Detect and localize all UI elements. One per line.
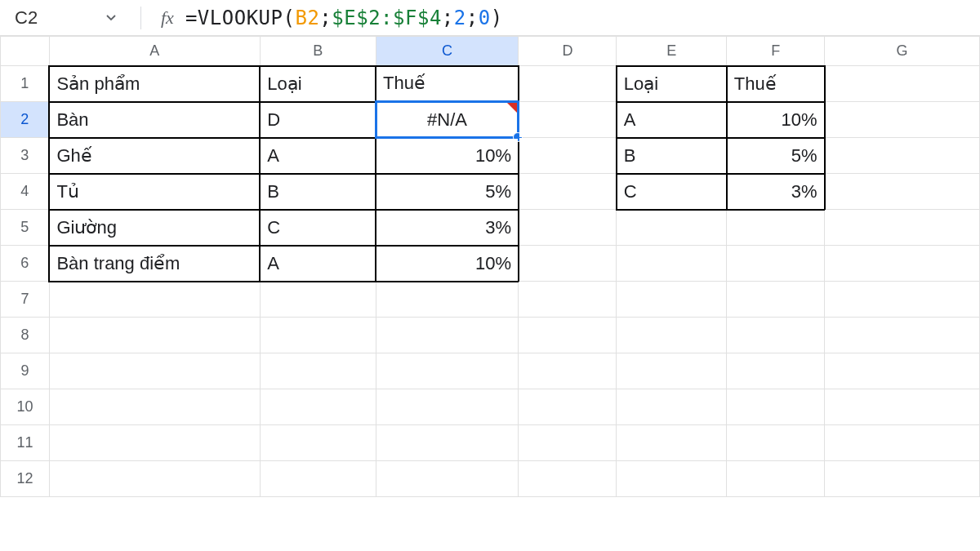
- row-header-11[interactable]: 11: [1, 425, 50, 461]
- row-header-2[interactable]: 2: [1, 102, 50, 138]
- cell-A8[interactable]: [49, 318, 260, 353]
- cell-A5[interactable]: Giường: [49, 210, 260, 246]
- col-header-C[interactable]: C: [376, 37, 519, 66]
- cell-D11[interactable]: [519, 425, 617, 461]
- cell-E11[interactable]: [617, 425, 727, 461]
- cell-C5[interactable]: 3%: [376, 210, 519, 246]
- cell-B12[interactable]: [260, 461, 376, 497]
- cell-C7[interactable]: [376, 282, 519, 318]
- cell-B7[interactable]: [260, 282, 376, 318]
- cell-F9[interactable]: [727, 353, 825, 389]
- cell-E2[interactable]: A: [617, 102, 727, 138]
- cell-D5[interactable]: [519, 210, 617, 246]
- cell-E9[interactable]: [617, 353, 727, 389]
- cell-D8[interactable]: [519, 318, 617, 353]
- cell-F4[interactable]: 3%: [727, 174, 825, 210]
- cell-C2[interactable]: #N/A: [376, 102, 519, 138]
- cell-D2[interactable]: [519, 102, 617, 138]
- cell-G10[interactable]: [825, 389, 980, 425]
- cell-C11[interactable]: [376, 425, 519, 461]
- cell-E8[interactable]: [617, 318, 727, 353]
- cell-C12[interactable]: [376, 461, 519, 497]
- cell-A4[interactable]: Tủ: [49, 174, 260, 210]
- cell-B1[interactable]: Loại: [260, 66, 376, 102]
- row-header-9[interactable]: 9: [1, 353, 50, 389]
- col-header-D[interactable]: D: [519, 37, 617, 66]
- cell-E10[interactable]: [617, 389, 727, 425]
- cell-D3[interactable]: [519, 138, 617, 174]
- cell-E3[interactable]: B: [617, 138, 727, 174]
- cell-A11[interactable]: [49, 425, 260, 461]
- cell-E7[interactable]: [617, 282, 727, 318]
- row-header-10[interactable]: 10: [1, 389, 50, 425]
- cell-E1[interactable]: Loại: [617, 66, 727, 102]
- cell-F2[interactable]: 10%: [727, 102, 825, 138]
- select-all-corner[interactable]: [1, 37, 50, 66]
- row-header-3[interactable]: 3: [1, 138, 50, 174]
- cell-F5[interactable]: [727, 210, 825, 246]
- cell-A6[interactable]: Bàn trang điểm: [49, 246, 260, 282]
- cell-B11[interactable]: [260, 425, 376, 461]
- cell-E5[interactable]: [617, 210, 727, 246]
- cell-F6[interactable]: [727, 246, 825, 282]
- cell-A1[interactable]: Sản phẩm: [49, 66, 260, 102]
- cell-A9[interactable]: [49, 353, 260, 389]
- cell-C9[interactable]: [376, 353, 519, 389]
- cell-D9[interactable]: [519, 353, 617, 389]
- cell-A3[interactable]: Ghế: [49, 138, 260, 174]
- cell-B6[interactable]: A: [260, 246, 376, 282]
- cell-F3[interactable]: 5%: [727, 138, 825, 174]
- cell-D7[interactable]: [519, 282, 617, 318]
- cell-C4[interactable]: 5%: [376, 174, 519, 210]
- cell-B8[interactable]: [260, 318, 376, 353]
- cell-B4[interactable]: B: [260, 174, 376, 210]
- cell-E6[interactable]: [617, 246, 727, 282]
- col-header-F[interactable]: F: [727, 37, 825, 66]
- cell-G4[interactable]: [825, 174, 980, 210]
- cell-F7[interactable]: [727, 282, 825, 318]
- cell-G9[interactable]: [825, 353, 980, 389]
- cell-G3[interactable]: [825, 138, 980, 174]
- row-header-1[interactable]: 1: [1, 66, 50, 102]
- name-box-dropdown[interactable]: [98, 0, 132, 35]
- col-header-G[interactable]: G: [825, 37, 980, 66]
- cell-G8[interactable]: [825, 318, 980, 353]
- cell-B10[interactable]: [260, 389, 376, 425]
- cell-F8[interactable]: [727, 318, 825, 353]
- cell-D1[interactable]: [519, 66, 617, 102]
- cell-C6[interactable]: 10%: [376, 246, 519, 282]
- cell-D6[interactable]: [519, 246, 617, 282]
- cell-A10[interactable]: [49, 389, 260, 425]
- cell-F1[interactable]: Thuế: [727, 66, 825, 102]
- cell-G5[interactable]: [825, 210, 980, 246]
- col-header-A[interactable]: A: [49, 37, 260, 66]
- cell-D10[interactable]: [519, 389, 617, 425]
- cell-B5[interactable]: C: [260, 210, 376, 246]
- cell-C3[interactable]: 10%: [376, 138, 519, 174]
- cell-E12[interactable]: [617, 461, 727, 497]
- cell-G11[interactable]: [825, 425, 980, 461]
- cell-A7[interactable]: [49, 282, 260, 318]
- cell-F10[interactable]: [727, 389, 825, 425]
- row-header-6[interactable]: 6: [1, 246, 50, 282]
- cell-B3[interactable]: A: [260, 138, 376, 174]
- row-header-7[interactable]: 7: [1, 282, 50, 318]
- row-header-8[interactable]: 8: [1, 318, 50, 353]
- row-header-12[interactable]: 12: [1, 461, 50, 497]
- cell-F12[interactable]: [727, 461, 825, 497]
- cell-D12[interactable]: [519, 461, 617, 497]
- col-header-B[interactable]: B: [260, 37, 376, 66]
- cell-C8[interactable]: [376, 318, 519, 353]
- cell-A2[interactable]: Bàn: [49, 102, 260, 138]
- cell-C10[interactable]: [376, 389, 519, 425]
- cell-E4[interactable]: C: [617, 174, 727, 210]
- cell-D4[interactable]: [519, 174, 617, 210]
- row-header-4[interactable]: 4: [1, 174, 50, 210]
- cell-B2[interactable]: D: [260, 102, 376, 138]
- cell-A12[interactable]: [49, 461, 260, 497]
- cell-G6[interactable]: [825, 246, 980, 282]
- cell-G1[interactable]: [825, 66, 980, 102]
- cell-C1[interactable]: Thuế: [376, 66, 519, 102]
- col-header-E[interactable]: E: [617, 37, 727, 66]
- cell-F11[interactable]: [727, 425, 825, 461]
